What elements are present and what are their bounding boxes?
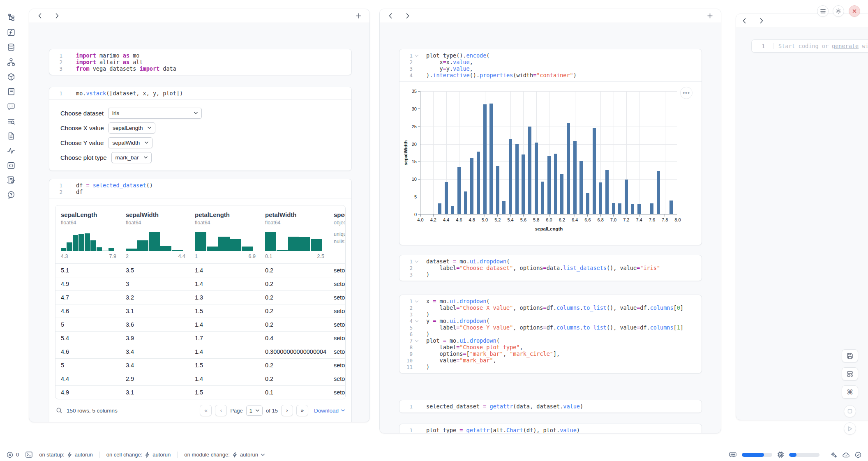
- layout-toggle-button[interactable]: [842, 367, 858, 380]
- help-icon[interactable]: [6, 189, 16, 200]
- column-header-petalWidth[interactable]: petalWidth float64 0.12.5: [260, 205, 328, 263]
- column-prev-icon[interactable]: [741, 18, 748, 24]
- first-page-button[interactable]: «: [200, 405, 212, 416]
- table-row: 5.43.91.70.4setosa: [55, 331, 345, 345]
- code-token: "Choose dataset": [459, 265, 513, 271]
- terminal-button[interactable]: [25, 452, 32, 458]
- plot-type-select[interactable]: mark_bar: [111, 152, 152, 163]
- code-cell-plot-type[interactable]: 1plot_type = getattr(alt.Chart(df), plot…: [399, 424, 702, 433]
- packages-status-icon[interactable]: [843, 452, 850, 458]
- control-row-dataset: Choose dataset iris: [55, 106, 346, 120]
- code-editor[interactable]: 1plot_type = getattr(alt.Chart(df), plot…: [399, 424, 702, 433]
- functions-icon[interactable]: [6, 27, 16, 38]
- column-next-icon[interactable]: [404, 13, 411, 19]
- table-cell: setosa: [328, 318, 346, 331]
- dataset-select[interactable]: iris: [108, 108, 202, 119]
- code-cell-vstack[interactable]: 1mo.vstack([dataset, x, y, plot]) Choose…: [49, 87, 352, 171]
- ai-sparkles-icon[interactable]: [831, 452, 837, 458]
- packages-icon[interactable]: [6, 71, 16, 82]
- code-editor[interactable]: 1import marimo as mo2import altair as al…: [49, 49, 351, 75]
- y-value-select[interactable]: sepalWidth: [108, 137, 152, 148]
- next-page-button[interactable]: ›: [281, 405, 293, 416]
- command-palette-button[interactable]: ⌘: [842, 385, 858, 399]
- snippets-icon[interactable]: [6, 160, 16, 171]
- chart-actions-icon[interactable]: •••: [680, 87, 693, 99]
- add-cell-icon[interactable]: [706, 12, 713, 20]
- tracing-icon[interactable]: [6, 145, 16, 156]
- file-explorer-icon[interactable]: [6, 12, 16, 23]
- code-token: y.: [446, 65, 453, 72]
- code-cell-dataset-dropdown[interactable]: 1dataset = mo.ui.dropdown(2 label="Choos…: [399, 255, 702, 281]
- search-icon[interactable]: [56, 407, 62, 414]
- table-cell: 5.4: [55, 332, 120, 345]
- scratchpad-icon[interactable]: [6, 175, 16, 185]
- x-tick-label: 4.8: [469, 217, 475, 222]
- datasources-icon[interactable]: [6, 42, 16, 53]
- altair-bar-chart[interactable]: sepalWidth sepalLength 051015202530354.0…: [420, 91, 677, 214]
- chat-icon[interactable]: [6, 101, 16, 112]
- docs-icon[interactable]: [6, 131, 16, 141]
- y-tick: [418, 161, 420, 162]
- x-value-select[interactable]: sepalLength: [108, 122, 156, 134]
- x-tick-label: 7.0: [610, 217, 616, 222]
- error-count-indicator[interactable]: 0: [7, 452, 19, 458]
- code-token: ui: [450, 298, 456, 304]
- documentation-icon[interactable]: [6, 86, 16, 97]
- code-token: df.: [640, 304, 650, 311]
- column-prev-icon[interactable]: [37, 13, 43, 19]
- x-tick: [510, 214, 511, 217]
- code-editor[interactable]: 1df = selected_dataset()2df: [49, 179, 351, 198]
- code-text: x = mo.ui.dropdown(: [421, 298, 702, 304]
- code-token: , options: [513, 265, 543, 271]
- empty-code-cell[interactable]: 1Start coding or generate with AI: [751, 39, 868, 53]
- y-axis-title: sepalWidth: [403, 140, 408, 165]
- on-startup-config[interactable]: on startup: autorun: [39, 452, 93, 458]
- connection-status-icon[interactable]: [855, 452, 861, 458]
- chart-output[interactable]: sepalWidth sepalLength 051015202530354.0…: [399, 81, 702, 239]
- page-select[interactable]: 1: [246, 406, 263, 416]
- select-value: iris: [112, 110, 119, 116]
- code-editor[interactable]: 1plot_type().encode(2 x=x.value,3 y=y.va…: [399, 49, 702, 81]
- line-gutter: 3: [49, 65, 71, 72]
- code-cell-chart[interactable]: 1plot_type().encode(2 x=x.value,3 y=y.va…: [399, 49, 702, 245]
- on-module-change-config[interactable]: on module change: autorun: [184, 452, 265, 458]
- page-label: Page: [230, 408, 242, 414]
- add-cell-icon[interactable]: [355, 12, 362, 20]
- prev-page-button[interactable]: ‹: [215, 405, 227, 416]
- column-header-species[interactable]: species object unique:nulls:: [328, 205, 346, 263]
- column-header-petalLength[interactable]: petalLength float64 16.9: [189, 205, 260, 263]
- column-header-sepalWidth[interactable]: sepalWidth float64 24.4: [120, 205, 189, 263]
- code-cell-xyplot-dropdowns[interactable]: 1x = mo.ui.dropdown(2 label="Choose X va…: [399, 295, 702, 373]
- code-line: 1x = mo.ui.dropdown(: [399, 298, 702, 304]
- control-label: Choose dataset: [60, 110, 104, 117]
- line-number: 1: [399, 258, 413, 265]
- column-prev-icon[interactable]: [387, 13, 394, 19]
- download-button[interactable]: Download: [314, 408, 345, 414]
- code-editor[interactable]: 1x = mo.ui.dropdown(2 label="Choose X va…: [399, 295, 702, 373]
- x-tick: [459, 214, 459, 217]
- on-cell-change-config[interactable]: on cell change: autorun: [106, 452, 171, 458]
- column-next-icon[interactable]: [758, 18, 765, 24]
- notebook-menu-button[interactable]: [817, 5, 829, 17]
- code-cell-dataframe[interactable]: 1df = selected_dataset()2df sepalLength …: [49, 179, 352, 422]
- stop-runtime-button[interactable]: [844, 405, 856, 417]
- code-editor[interactable]: 1dataset = mo.ui.dropdown(2 label="Choos…: [399, 255, 702, 281]
- code-cell-imports[interactable]: 1import marimo as mo2import altair as al…: [49, 49, 352, 75]
- save-button[interactable]: [842, 349, 858, 362]
- terminal-icon: [25, 452, 32, 458]
- code-editor[interactable]: 1selected_dataset = getattr(data, datase…: [399, 400, 702, 413]
- code-token: =: [443, 337, 446, 344]
- column-next-icon[interactable]: [54, 13, 60, 19]
- code-cell-selected-dataset[interactable]: 1selected_dataset = getattr(data, datase…: [399, 400, 702, 413]
- code-editor[interactable]: 1mo.vstack([dataset, x, y, plot]): [49, 87, 351, 99]
- settings-button[interactable]: [833, 5, 844, 17]
- code-token: [: [466, 350, 470, 357]
- line-gutter: 1: [49, 52, 71, 59]
- run-all-button[interactable]: [844, 422, 856, 435]
- shutdown-button[interactable]: [849, 5, 860, 17]
- dependency-graph-icon[interactable]: [6, 57, 16, 67]
- code-editor[interactable]: 1Start coding or generate with AI: [752, 40, 868, 52]
- column-header-sepalLength[interactable]: sepalLength float64 4.37.9: [55, 205, 120, 263]
- last-page-button[interactable]: »: [296, 405, 308, 416]
- outline-icon[interactable]: [6, 116, 16, 127]
